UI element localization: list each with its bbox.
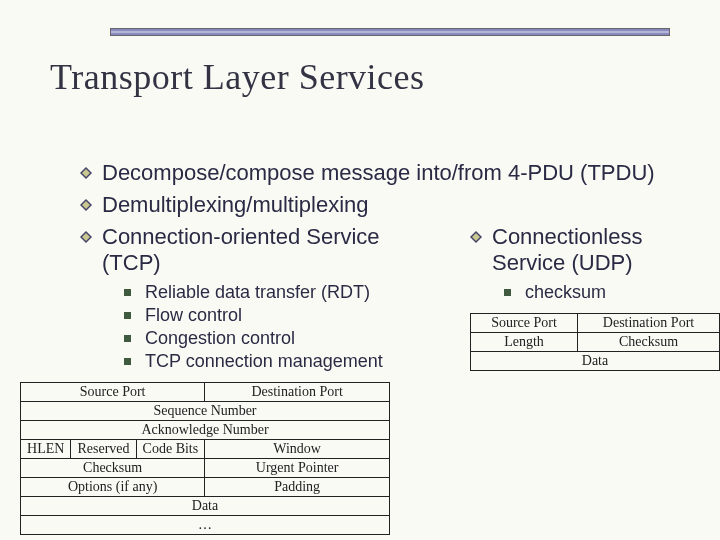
square-icon bbox=[504, 289, 511, 296]
bullet-text: Demultiplexing/multiplexing bbox=[102, 192, 369, 218]
udp-column: Connectionless Service (UDP) checksum So… bbox=[470, 224, 700, 371]
diamond-icon bbox=[80, 231, 92, 243]
tcp-codebits: Code Bits bbox=[136, 440, 205, 459]
tcp-reserved: Reserved bbox=[71, 440, 136, 459]
sub-text: checksum bbox=[525, 282, 606, 303]
tcp-header-diagram: Source PortDestination Port Sequence Num… bbox=[20, 382, 390, 535]
diamond-icon bbox=[80, 199, 92, 211]
udp-data: Data bbox=[471, 352, 720, 371]
bullet-text: Decompose/compose message into/from 4-PD… bbox=[102, 160, 655, 186]
udp-dst-port: Destination Port bbox=[578, 314, 720, 333]
bullet-demux: Demultiplexing/multiplexing bbox=[80, 192, 700, 218]
sub-text: Flow control bbox=[145, 305, 242, 326]
tcp-dst-port: Destination Port bbox=[205, 383, 390, 402]
square-icon bbox=[124, 312, 131, 319]
tcp-hlen: HLEN bbox=[21, 440, 71, 459]
bullet-decompose: Decompose/compose message into/from 4-PD… bbox=[80, 160, 700, 186]
tcp-column: Connection-oriented Service (TCP) Reliab… bbox=[80, 224, 442, 535]
square-icon bbox=[124, 335, 131, 342]
tcp-data: Data bbox=[21, 497, 390, 516]
list-item: Reliable data transfer (RDT) bbox=[124, 282, 442, 303]
sub-text: Congestion control bbox=[145, 328, 295, 349]
udp-checksum: Checksum bbox=[578, 333, 720, 352]
list-item: checksum bbox=[504, 282, 700, 303]
udp-src-port: Source Port bbox=[471, 314, 578, 333]
diamond-icon bbox=[470, 231, 482, 243]
tcp-seq: Sequence Number bbox=[21, 402, 390, 421]
square-icon bbox=[124, 289, 131, 296]
bullet-udp: Connectionless Service (UDP) bbox=[470, 224, 700, 276]
tcp-urgent: Urgent Pointer bbox=[205, 459, 390, 478]
sub-text: TCP connection management bbox=[145, 351, 383, 372]
square-icon bbox=[124, 358, 131, 365]
tcp-checksum: Checksum bbox=[21, 459, 205, 478]
slide-title: Transport Layer Services bbox=[50, 56, 425, 98]
udp-header-diagram: Source PortDestination Port LengthChecks… bbox=[470, 313, 720, 371]
tcp-options: Options (if any) bbox=[21, 478, 205, 497]
decorative-top-stripe bbox=[110, 28, 670, 36]
bullet-text: Connection-oriented Service (TCP) bbox=[102, 224, 442, 276]
tcp-ellipsis: … bbox=[21, 516, 390, 535]
sub-text: Reliable data transfer (RDT) bbox=[145, 282, 370, 303]
tcp-window: Window bbox=[205, 440, 390, 459]
tcp-ack: Acknowledge Number bbox=[21, 421, 390, 440]
tcp-src-port: Source Port bbox=[21, 383, 205, 402]
tcp-sub-list: Reliable data transfer (RDT) Flow contro… bbox=[124, 282, 442, 372]
list-item: Congestion control bbox=[124, 328, 442, 349]
bullet-text: Connectionless Service (UDP) bbox=[492, 224, 700, 276]
udp-sub-list: checksum bbox=[504, 282, 700, 303]
list-item: Flow control bbox=[124, 305, 442, 326]
udp-length: Length bbox=[471, 333, 578, 352]
list-item: TCP connection management bbox=[124, 351, 442, 372]
diamond-icon bbox=[80, 167, 92, 179]
slide-body: Decompose/compose message into/from 4-PD… bbox=[80, 160, 700, 535]
tcp-padding: Padding bbox=[205, 478, 390, 497]
bullet-tcp: Connection-oriented Service (TCP) bbox=[80, 224, 442, 276]
